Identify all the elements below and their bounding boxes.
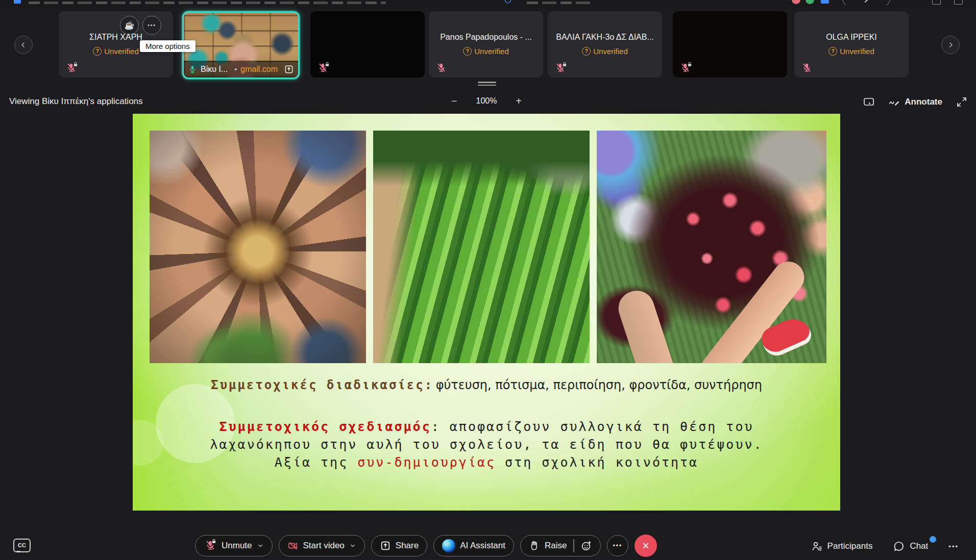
- divider: [573, 539, 574, 552]
- ai-assistant-button[interactable]: AI Assistant: [433, 535, 514, 556]
- shared-screen-stage: Συμμετοχικές διαδικασίες: φύτευση, πότισ…: [0, 110, 976, 518]
- window-control-button[interactable]: [932, 0, 941, 5]
- meeting-title-clipped-text: [29, 2, 386, 4]
- slide-text: Αξία της: [275, 455, 357, 470]
- closed-captions-button[interactable]: CC: [13, 538, 31, 552]
- unverified-label: Unverified: [593, 47, 628, 56]
- filmstrip-prev-button[interactable]: [14, 36, 33, 54]
- slide-text: :: [431, 419, 441, 434]
- raise-hand-button[interactable]: Raise: [520, 535, 601, 556]
- participant-name: Panos Papadopoulos - ...: [433, 33, 539, 42]
- start-video-button[interactable]: Start video: [279, 535, 365, 556]
- sharing-indicator-icon: [284, 64, 294, 74]
- photo-vegetable-garden-rows: [373, 131, 590, 363]
- slide-text-red: συν-δημιουργίας: [357, 455, 496, 470]
- bullet-separator: •: [234, 65, 237, 73]
- chat-label: Chat: [910, 541, 928, 551]
- remote-control-button[interactable]: [863, 96, 875, 108]
- titlebar: [0, 0, 976, 5]
- mic-on-icon: [188, 65, 197, 74]
- toolbar-right-cluster: Participants Chat •••: [811, 536, 959, 557]
- participant-tile[interactable]: ΒΑΛΙΑ ΓΑΚΗ-3ο ΔΣ ΔΙΑΒ... ? Unverified: [548, 11, 662, 78]
- mic-muted-icon: [801, 62, 817, 73]
- expand-icon: [956, 96, 968, 108]
- unverified-badge: ? Unverified: [794, 47, 909, 56]
- monitor-cursor-icon: [863, 96, 875, 108]
- chat-button[interactable]: Chat: [893, 540, 928, 552]
- slide-paragraph-participatory-design: Συμμετοχικός σχεδιασμός: αποφασίζουν συλ…: [133, 418, 840, 471]
- ai-assistant-label: AI Assistant: [460, 541, 505, 551]
- coffee-icon: ☕: [125, 20, 135, 30]
- participant-tile[interactable]: Panos Papadopoulos - ... ? Unverified: [429, 11, 543, 78]
- chevron-down-icon: [349, 542, 356, 549]
- filmstrip-collapse-handle[interactable]: [478, 82, 496, 88]
- chevron-down-icon: [257, 542, 264, 549]
- slide-text-line: Αξία της συν-δημιουργίας στη σχολική κοι…: [133, 453, 840, 471]
- participant-domain: gmail.com: [240, 65, 278, 74]
- slide-text: φύτευση, πότισμα, περιποίηση, φροντίδα, …: [436, 378, 762, 392]
- active-speaker-video-tile[interactable]: Βίκυ Ι... • gmail.com: [182, 11, 300, 79]
- unverified-label: Unverified: [104, 47, 139, 56]
- participant-tile[interactable]: OLGA IPPEKI ? Unverified: [794, 11, 909, 78]
- reactions-smiley-icon[interactable]: [581, 540, 592, 551]
- unverified-badge: ? Unverified: [548, 47, 662, 56]
- slide-line-participatory-processes: Συμμετοχικές διαδικασίες: φύτευση, πότισ…: [133, 378, 840, 392]
- share-screen-icon: [380, 540, 391, 551]
- participant-name: Βίκυ Ι...: [201, 65, 228, 74]
- avatar-red: [792, 0, 800, 4]
- more-options-button[interactable]: •••: [607, 535, 628, 556]
- tile-more-options-button[interactable]: •••: [142, 16, 161, 35]
- filmstrip-next-button[interactable]: [941, 36, 960, 54]
- view-menu-button[interactable]: [842, 0, 890, 5]
- more-icon: •••: [948, 543, 959, 550]
- cc-icon: CC: [13, 539, 31, 552]
- avatar-blue: [821, 0, 829, 4]
- mic-muted-locked-icon: [555, 62, 570, 73]
- unmute-button[interactable]: Unmute: [195, 535, 273, 556]
- avatar-green: [806, 0, 814, 4]
- mic-muted-locked-icon: [204, 540, 217, 552]
- participants-button[interactable]: Participants: [811, 540, 873, 552]
- share-button[interactable]: Share: [371, 535, 427, 556]
- annotate-button[interactable]: Annotate: [888, 96, 942, 108]
- zoom-in-button[interactable]: +: [514, 96, 524, 106]
- slide-text: αποφασίζουν συλλογικά τη θέση του: [441, 419, 754, 434]
- close-icon: ×: [642, 540, 649, 552]
- slide-text-line: λαχανόκηπου στην αυλή του σχολείου, τα ε…: [133, 436, 840, 453]
- more-icon: •••: [148, 22, 156, 28]
- participant-name: OLGA IPPEKI: [798, 33, 905, 42]
- fullscreen-button[interactable]: [956, 96, 968, 108]
- zoom-out-button[interactable]: −: [449, 96, 459, 106]
- unverified-badge: ? Unverified: [429, 47, 543, 56]
- more-icon: •••: [613, 542, 623, 549]
- shield-icon: [503, 0, 513, 5]
- start-video-label: Start video: [303, 541, 345, 551]
- mic-muted-icon: [436, 62, 451, 73]
- slide-heading-red: Συμμετοχικός σχεδιασμός: [219, 419, 431, 434]
- chevron-right-icon: [946, 40, 955, 49]
- chat-notification-dot: [930, 536, 936, 543]
- annotate-label: Annotate: [905, 97, 942, 107]
- meeting-info-clipped-text: [527, 2, 592, 4]
- photo-children-planting-flowers: [597, 131, 826, 363]
- reaction-coffee-button[interactable]: ☕: [120, 16, 139, 35]
- photo-hands-holding-potatoes: [150, 131, 366, 363]
- zoom-level: 100%: [476, 96, 497, 106]
- participant-video-off-tile[interactable]: [310, 11, 425, 78]
- leave-meeting-button[interactable]: ×: [635, 534, 657, 557]
- mic-muted-locked-icon: [680, 62, 695, 73]
- participants-label: Participants: [827, 541, 873, 551]
- viewing-label: Viewing Βίκυ Ιππέκη's applications: [9, 96, 143, 107]
- unverified-label: Unverified: [474, 47, 509, 56]
- question-icon: ?: [463, 47, 472, 56]
- zoom-controls: − 100% +: [449, 94, 524, 108]
- share-label: Share: [396, 541, 419, 551]
- annotate-pen-icon: [888, 96, 900, 108]
- chat-bubble-icon: [893, 540, 905, 552]
- more-panels-button[interactable]: •••: [948, 543, 959, 550]
- window-control-button[interactable]: [954, 0, 963, 5]
- more-options-tooltip: More options: [140, 40, 196, 52]
- slide-text: στη σχολική κοινότητα: [496, 455, 698, 470]
- participant-video-off-tile[interactable]: [673, 11, 787, 78]
- raise-hand-icon: [529, 540, 540, 551]
